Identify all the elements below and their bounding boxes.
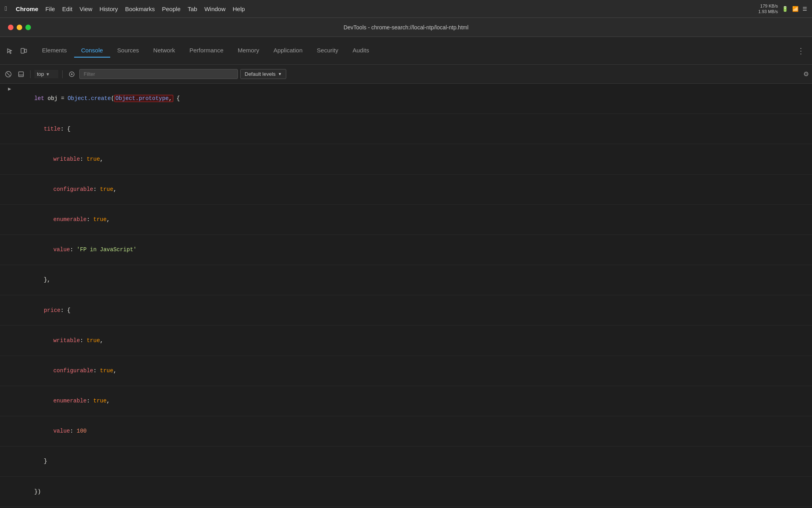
console-output: ▶ let obj = Object.create(Object.prototy…: [0, 84, 812, 508]
svg-rect-1: [25, 49, 27, 52]
tab-performance[interactable]: Performance: [182, 44, 231, 58]
devtools-tabs: Elements Console Sources Network Perform…: [0, 37, 812, 65]
code-line-configurable-2: configurable: true,: [0, 356, 812, 386]
tab-elements[interactable]: Elements: [35, 44, 74, 58]
menubar-help[interactable]: Help: [233, 6, 245, 12]
network-speed: 179 KB/s 1.93 MB/s: [758, 3, 778, 15]
watch-expression-icon[interactable]: [67, 69, 77, 79]
menubar-history[interactable]: History: [100, 6, 118, 12]
titlebar: DevTools - chrome-search://local-ntp/loc…: [0, 18, 812, 37]
device-mode-icon[interactable]: [17, 44, 30, 57]
minimize-button[interactable]: [17, 25, 22, 30]
code-line-title-close: },: [0, 265, 812, 295]
tab-network[interactable]: Network: [146, 44, 182, 58]
execution-context-selector[interactable]: top ▼: [34, 70, 58, 78]
apple-icon[interactable]: : [5, 5, 7, 12]
menubar-view[interactable]: View: [80, 6, 92, 12]
menubar-people[interactable]: People: [162, 6, 181, 12]
tab-application[interactable]: Application: [266, 44, 310, 58]
menubar-file[interactable]: File: [46, 6, 55, 12]
menubar:  Chrome File Edit View History Bookmark…: [0, 0, 812, 18]
filter-input[interactable]: [79, 69, 238, 79]
menubar-edit[interactable]: Edit: [62, 6, 73, 12]
code-line-writable-1: writable: true,: [0, 144, 812, 174]
settings-icon[interactable]: ⚙: [803, 70, 809, 78]
code-line-price-open: price: {: [0, 295, 812, 325]
code-line-end: }): [0, 477, 812, 507]
menubar-chrome[interactable]: Chrome: [16, 6, 38, 12]
separator-1: [30, 70, 31, 78]
toggle-drawer-button[interactable]: [16, 69, 26, 79]
maximize-button[interactable]: [25, 25, 31, 30]
console-toolbar: top ▼ Default levels ▼ ⚙: [0, 65, 812, 84]
select-element-icon[interactable]: [3, 44, 16, 57]
battery-icon: 🔋: [782, 6, 788, 12]
menubar-bookmarks[interactable]: Bookmarks: [125, 6, 155, 12]
code-line-1: let obj = Object.create(Object.prototype…: [14, 85, 812, 113]
code-line-price-close: }: [0, 446, 812, 477]
menubar-right-controls: 179 KB/s 1.93 MB/s 🔋 📶 ☰: [758, 3, 807, 15]
close-button[interactable]: [8, 25, 13, 30]
traffic-lights: [8, 25, 31, 30]
code-line-writable-2: writable: true,: [0, 325, 812, 356]
menubar-tab[interactable]: Tab: [188, 6, 197, 12]
clear-console-button[interactable]: [3, 69, 13, 79]
svg-rect-0: [21, 48, 24, 53]
tab-memory[interactable]: Memory: [231, 44, 266, 58]
code-line-enumerable-1: enumerable: true,: [0, 205, 812, 235]
tab-sources[interactable]: Sources: [110, 44, 146, 58]
code-line-configurable-1: configurable: true,: [0, 175, 812, 205]
svg-point-7: [71, 73, 73, 75]
input-arrow: ▶: [0, 85, 14, 94]
console-input-line[interactable]: ▶ let obj = Object.create(Object.prototy…: [0, 84, 812, 114]
devtools-icon-group: [3, 44, 30, 57]
wifi-icon: 📶: [792, 6, 799, 12]
tab-security[interactable]: Security: [310, 44, 345, 58]
code-line-value-2: value: 100: [0, 416, 812, 446]
svg-line-3: [7, 73, 10, 76]
menubar-window[interactable]: Window: [204, 6, 225, 12]
more-tabs-button[interactable]: ⋮: [793, 46, 809, 56]
svg-rect-4: [19, 72, 23, 77]
code-line-enumerable-2: enumerable: true,: [0, 386, 812, 416]
code-line-title-open: title: {: [0, 114, 812, 144]
control-center-icon: ☰: [802, 6, 807, 12]
window-title: DevTools - chrome-search://local-ntp/loc…: [343, 24, 468, 31]
separator-2: [62, 70, 63, 78]
log-levels-dropdown[interactable]: Default levels ▼: [240, 69, 286, 79]
tab-console[interactable]: Console: [74, 44, 110, 58]
code-line-value-1: value: 'FP in JavaScript': [0, 235, 812, 265]
tab-audits[interactable]: Audits: [345, 44, 376, 58]
